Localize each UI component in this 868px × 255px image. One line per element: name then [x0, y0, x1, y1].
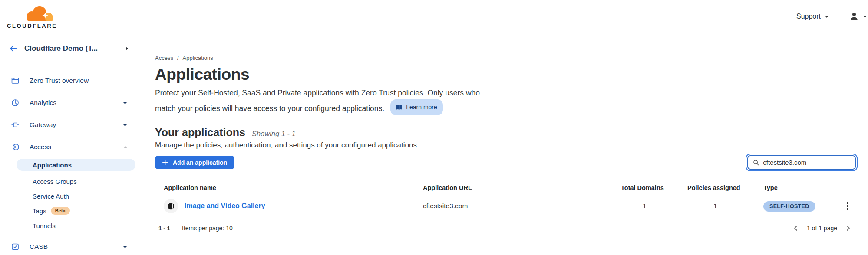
sidebar: Cloudflare Demo (T... Zero Trust overvie…	[0, 33, 138, 255]
casb-icon	[11, 242, 20, 251]
sidebar-item-tags[interactable]: Tags Beta	[0, 205, 138, 217]
sidebar-item-gateway[interactable]: Gateway	[0, 116, 138, 134]
breadcrumb: Access / Applications	[155, 55, 858, 61]
column-header-application-url: Application URL	[423, 184, 621, 191]
sidebar-item-label: Gateway	[30, 121, 56, 129]
page-indicator: 1 of 1 page	[807, 225, 837, 232]
sidebar-item-label: Applications	[33, 161, 72, 169]
sidebar-item-label: Access	[30, 143, 51, 151]
sidebar-item-access[interactable]: Access	[0, 138, 138, 156]
sidebar-item-casb[interactable]: CASB	[0, 238, 138, 255]
application-avatar	[164, 199, 178, 213]
sidebar-item-access-groups[interactable]: Access Groups	[0, 175, 138, 187]
page-title: Applications	[155, 65, 858, 84]
user-menu[interactable]	[849, 11, 867, 22]
sidebar-item-analytics[interactable]: Analytics	[0, 94, 138, 111]
sidebar-item-applications[interactable]: Applications	[17, 159, 135, 171]
overview-icon	[11, 76, 20, 85]
column-header-application-name: Application name	[155, 184, 423, 191]
account-switcher[interactable]: Cloudflare Demo (T...	[0, 33, 138, 64]
next-page-button[interactable]	[845, 225, 851, 232]
policies-assigned-cell: 1	[687, 202, 763, 210]
chevron-right-icon	[845, 225, 851, 232]
column-header-type: Type	[763, 184, 839, 191]
breadcrumb-access[interactable]: Access	[155, 55, 173, 61]
page-description-line2: match your policies will have access to …	[155, 99, 858, 115]
footer-divider	[176, 224, 176, 232]
type-badge: SELF-HOSTED	[763, 201, 815, 212]
caret-down-icon	[863, 16, 867, 18]
account-name: Cloudflare Demo (T...	[24, 44, 98, 53]
column-header-policies-assigned: Policies assigned	[687, 184, 763, 191]
sidebar-item-tunnels[interactable]: Tunnels	[0, 219, 138, 232]
section-heading: Your applications	[155, 126, 245, 139]
application-name-link[interactable]: Image and Video Gallery	[185, 202, 265, 210]
items-range: 1 - 1	[155, 225, 170, 232]
cloudflare-logo[interactable]: CLOUDFLARE	[7, 4, 72, 29]
top-header: CLOUDFLARE Support	[0, 0, 868, 33]
chevron-left-icon	[792, 225, 799, 232]
sidebar-item-label: Access Groups	[33, 178, 77, 185]
sidebar-item-service-auth[interactable]: Service Auth	[0, 190, 138, 202]
sidebar-item-label: CASB	[30, 243, 48, 251]
sidebar-item-label: Tags	[33, 207, 46, 215]
search-box[interactable]	[747, 155, 856, 170]
caret-down-icon	[123, 246, 127, 248]
application-url-cell: cftestsite3.com	[423, 202, 621, 210]
sidebar-item-label: Tunnels	[33, 222, 56, 229]
support-label: Support	[796, 13, 821, 20]
sidebar-item-label: Service Auth	[33, 193, 69, 200]
page-description-line1: Protect your Self-Hosted, SaaS and Priva…	[155, 86, 858, 99]
search-icon	[753, 159, 759, 166]
cloudflare-cloud-icon	[25, 4, 53, 22]
beta-badge: Beta	[51, 207, 70, 215]
table-footer: 1 - 1 Items per page: 10 1 of 1 page	[155, 218, 858, 238]
caret-down-icon	[123, 124, 127, 126]
support-menu[interactable]: Support	[796, 13, 829, 20]
book-icon	[396, 105, 403, 110]
back-arrow-icon[interactable]	[9, 44, 18, 53]
sidebar-item-label: Zero Trust overview	[30, 77, 89, 85]
table-header-row: Application name Application URL Total D…	[155, 181, 858, 194]
access-icon	[11, 143, 20, 151]
analytics-icon	[11, 98, 20, 107]
column-header-total-domains: Total Domains	[621, 184, 687, 191]
person-icon	[849, 11, 859, 22]
table-row: Image and Video Gallery cftestsite3.com …	[155, 194, 858, 218]
add-application-button[interactable]: Add an application	[155, 156, 234, 169]
items-per-page[interactable]: Items per page: 10	[182, 225, 233, 232]
plus-icon	[162, 160, 168, 165]
sidebar-item-label: Analytics	[30, 99, 56, 107]
cube-icon	[167, 202, 175, 210]
caret-right-icon[interactable]	[126, 47, 128, 50]
page-description: Protect your Self-Hosted, SaaS and Priva…	[155, 86, 858, 115]
applications-table: Application name Application URL Total D…	[155, 181, 858, 238]
learn-more-link[interactable]: Learn more	[390, 99, 443, 115]
previous-page-button[interactable]	[792, 225, 799, 232]
total-domains-cell: 1	[621, 202, 687, 210]
caret-up-icon	[124, 146, 127, 148]
caret-down-icon	[825, 16, 829, 18]
breadcrumb-separator: /	[177, 55, 179, 61]
gateway-icon	[11, 121, 20, 129]
row-menu-kebab-icon[interactable]	[843, 199, 852, 212]
showing-count: Showing 1 - 1	[252, 130, 296, 138]
sidebar-item-zero-trust-overview[interactable]: Zero Trust overview	[0, 72, 138, 89]
search-input[interactable]	[763, 159, 850, 166]
main-content: Access / Applications Applications Prote…	[138, 33, 868, 255]
pagination: 1 of 1 page	[792, 225, 858, 232]
cloudflare-wordmark: CLOUDFLARE	[7, 23, 72, 29]
breadcrumb-applications[interactable]: Applications	[183, 55, 213, 61]
section-subtext: Manage the policies, authentication, and…	[155, 141, 858, 150]
caret-down-icon	[123, 102, 127, 104]
